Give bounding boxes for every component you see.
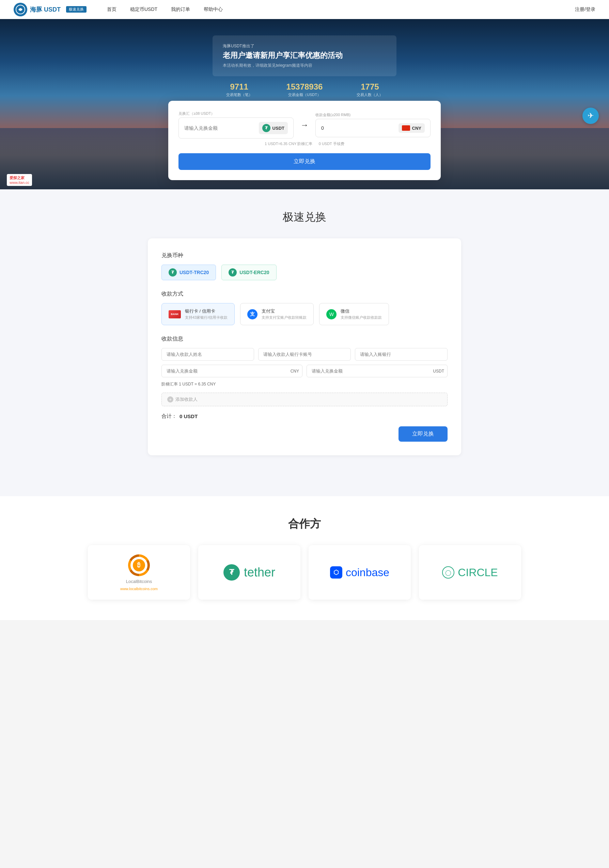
telegram-float-button[interactable]: ✈	[583, 108, 599, 124]
watermark-text: 爱探之家	[9, 175, 29, 180]
usdt-icon: ₮	[262, 124, 270, 132]
total-row: 合计： 0 USDT	[161, 413, 448, 420]
usdt-unit-badge: USDT	[433, 369, 444, 374]
to-input-group: CNY	[315, 119, 431, 137]
coinbase-content: ⬡ coinbase	[330, 566, 389, 579]
wechat-label: 微信	[341, 308, 382, 314]
usdt-amount-input[interactable]	[307, 365, 448, 377]
banner-title: 老用户邀请新用户享汇率优惠的活动	[223, 50, 342, 60]
cn-flag-icon	[402, 125, 410, 131]
hero-exchange-box: 兑换汇（≥38 USDT） ₮ USDT → 收款金额(≥200 RMB)	[168, 101, 441, 180]
nav-orders[interactable]: 我的订单	[171, 6, 190, 12]
logo-area: 海豚 USDT 极速兑换	[14, 3, 87, 16]
card-number-input[interactable]	[258, 348, 351, 361]
nav-home[interactable]: 首页	[107, 6, 116, 12]
payment-alipay[interactable]: 支 支付宝 支持支付宝账户收款转账款	[240, 303, 314, 325]
cny-amount-wrap: CNY	[161, 365, 302, 377]
coinbase-name: coinbase	[346, 566, 389, 579]
from-currency-label: USDT	[273, 126, 284, 131]
from-input[interactable]	[184, 125, 256, 131]
info-section-title: 收款信息	[161, 335, 448, 343]
partner-localbitcoins: ₿ LocalBitcoins www.localbitcoins.com	[88, 545, 190, 600]
bank-icon: BANK	[169, 310, 181, 318]
recipient-name-input[interactable]	[161, 348, 254, 361]
banner-subtitle: 海豚USDT推出了	[223, 43, 342, 49]
payment-bank[interactable]: BANK 银行卡 / 信用卡 支持43家银行/信用卡收款	[161, 303, 235, 325]
main-content: 极速兑换 兑换币种 ₮ USDT-TRC20 ₮ USDT-ERC20 收款方式…	[0, 189, 609, 496]
swap-arrow-icon: →	[301, 120, 308, 130]
info-inputs-row1	[161, 348, 448, 361]
add-recipient-label: 添加收款人	[175, 396, 198, 403]
to-label: 收款金额(≥200 RMB)	[315, 112, 431, 118]
circle-name: CIRCLE	[458, 566, 497, 579]
localbitcoins-content: ₿ LocalBitcoins www.localbitcoins.com	[120, 554, 158, 591]
telegram-icon: ✈	[587, 112, 594, 120]
watermark-url: www.itan.cc	[9, 180, 29, 184]
alipay-icon: 支	[247, 309, 257, 319]
bank-name-input[interactable]	[355, 348, 448, 361]
rate-info-small: 阶梯汇率 1 USDT = 6.35 CNY	[161, 381, 448, 387]
coin-options: ₮ USDT-TRC20 ₮ USDT-ERC20	[161, 265, 448, 280]
coinbase-icon: ⬡	[330, 566, 342, 578]
bank-sub: 支持43家银行/信用卡收款	[185, 315, 228, 320]
wechat-sub: 支持微信账户收款收款款	[341, 315, 382, 320]
stat-volume-number: 15378936	[287, 82, 323, 91]
bank-label: 银行卡 / 信用卡	[185, 308, 228, 314]
partner-coinbase: ⬡ coinbase	[308, 545, 411, 600]
localbitcoins-logo: ₿	[128, 554, 150, 576]
info-inputs-row2: CNY USDT	[161, 365, 448, 377]
fee-text: 0 USDT 手续费	[319, 142, 344, 146]
usdt-amount-wrap: USDT	[307, 365, 448, 377]
main-nav: 首页 稳定币USDT 我的订单 帮助中心	[107, 6, 223, 12]
partner-circle: ◯ CIRCLE	[419, 545, 521, 600]
watermark: 爱探之家 www.itan.cc	[7, 174, 32, 186]
to-input[interactable]	[321, 125, 395, 131]
from-label: 兑换汇（≥38 USDT）	[178, 111, 294, 116]
cny-amount-input[interactable]	[161, 365, 302, 377]
localbitcoins-url: www.localbitcoins.com	[120, 587, 158, 591]
rate-text: 1 USDT=6.35 CNY 阶梯汇率	[265, 142, 312, 146]
stat-users-number: 1775	[356, 82, 383, 91]
trc20-icon: ₮	[169, 268, 177, 276]
alipay-label: 支付宝	[262, 308, 307, 314]
hero-section: 海豚USDT推出了 老用户邀请新用户享汇率优惠的活动 本活动长期有效，详细政策见…	[0, 19, 609, 189]
exchange-rate-info: 1 USDT=6.35 CNY 阶梯汇率 0 USDT 手续费	[178, 141, 431, 146]
payment-wechat[interactable]: W 微信 支持微信账户收款收款款	[319, 303, 389, 325]
stat-transactions-number: 9711	[226, 82, 253, 91]
localbitcoins-inner: ₿	[130, 557, 147, 574]
bank-method-info: 银行卡 / 信用卡 支持43家银行/信用卡收款	[185, 308, 228, 320]
tether-big-icon: ₮	[223, 564, 240, 581]
logo-text: 海豚 USDT	[30, 5, 60, 14]
to-group: 收款金额(≥200 RMB) CNY	[315, 112, 431, 137]
from-input-group: ₮ USDT	[178, 118, 294, 139]
circle-icon: ◯	[442, 566, 454, 578]
trc20-label: USDT-TRC20	[180, 270, 209, 275]
bitcoin-icon: ₿	[133, 559, 145, 571]
circle-content: ◯ CIRCLE	[442, 566, 497, 579]
exchange-form-card: 兑换币种 ₮ USDT-TRC20 ₮ USDT-ERC20 收款方式 BANK…	[148, 239, 461, 455]
add-recipient-button[interactable]: + 添加收款人	[161, 393, 448, 406]
total-value: 0 USDT	[180, 414, 198, 419]
nav-help[interactable]: 帮助中心	[204, 6, 223, 12]
add-recipient-icon: +	[167, 396, 174, 403]
coin-trc20[interactable]: ₮ USDT-TRC20	[161, 265, 216, 280]
to-currency-badge: CNY	[398, 123, 425, 133]
banner-desc: 本活动长期有效，详细政策见telegram频道等内容	[223, 63, 342, 68]
alipay-method-info: 支付宝 支持支付宝账户收款转账款	[262, 308, 307, 320]
stat-users: 1775 交易人数（人）	[356, 82, 383, 98]
stat-transactions-label: 交易笔数（笔）	[226, 92, 253, 98]
header: 海豚 USDT 极速兑换 首页 稳定币USDT 我的订单 帮助中心 注册/登录	[0, 0, 609, 19]
logo-icon	[14, 3, 27, 16]
total-label: 合计：	[161, 413, 177, 420]
coin-erc20[interactable]: ₮ USDT-ERC20	[222, 265, 276, 280]
tether-content: ₮ tether	[223, 564, 275, 581]
login-button[interactable]: 注册/登录	[575, 6, 595, 12]
hero-exchange-button[interactable]: 立即兑换	[178, 153, 431, 170]
form-submit-button[interactable]: 立即兑换	[398, 426, 448, 442]
alipay-sub: 支持支付宝账户收款转账款	[262, 315, 307, 320]
partners-grid: ₿ LocalBitcoins www.localbitcoins.com ₮ …	[14, 545, 595, 600]
to-currency-label: CNY	[412, 126, 421, 131]
from-input-wrap	[184, 125, 256, 131]
coin-section-title: 兑换币种	[161, 252, 448, 259]
nav-usdt[interactable]: 稳定币USDT	[130, 6, 157, 12]
